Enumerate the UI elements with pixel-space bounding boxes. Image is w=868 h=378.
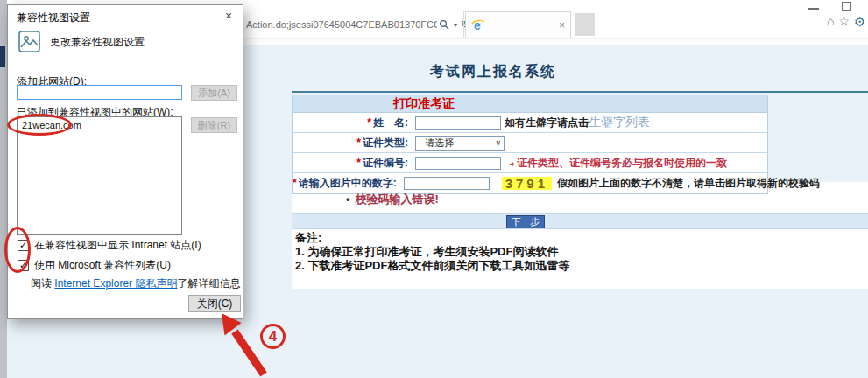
captcha-label: 请输入图片中的数字: — [299, 177, 397, 189]
form-row-cert-number: *证件编号: ◄证件类型、证件编号务必与报名时使用的一致 — [293, 153, 767, 173]
dialog-title: 兼容性视图设置 — [17, 10, 90, 25]
page-title: 考试网上报名系统 — [292, 63, 695, 81]
rare-char-hint: 如有生僻字请点击 — [505, 116, 589, 130]
privacy-statement-line: 阅读 Internet Explorer 隐私声明了解详细信息 — [31, 276, 240, 291]
next-step-button[interactable]: 下一步 — [506, 215, 545, 228]
screenshot-root: Action.do;jsessi07645004C7EBAB01370FCCA?… — [0, 0, 868, 378]
privacy-statement-link[interactable]: Internet Explorer 隐私声明 — [54, 277, 177, 290]
notes-title: 备注: — [295, 231, 569, 245]
browser-toolbar-icons: ⌂ ☆ ⚙ — [827, 11, 865, 31]
gear-settings-icon[interactable]: ⚙ — [854, 15, 865, 28]
chevron-down-icon[interactable]: ▾ — [454, 21, 457, 29]
intranet-checkbox-label: 在兼容性视图中显示 Intranet 站点(I) — [34, 238, 201, 253]
tab-separator — [463, 10, 464, 38]
form-header: 打印准考证 — [293, 94, 767, 113]
window-maximize-button[interactable] — [842, 2, 851, 10]
window-minimize-button[interactable] — [808, 8, 819, 10]
compatibility-view-icon — [18, 30, 41, 53]
new-tab-button[interactable] — [575, 13, 595, 36]
add-site-input[interactable] — [17, 85, 182, 100]
captcha-input[interactable] — [404, 177, 490, 190]
search-icon[interactable] — [439, 19, 450, 31]
add-button[interactable]: 添加(A) — [191, 85, 237, 101]
rare-char-list-link[interactable]: 生僻字列表 — [589, 115, 650, 130]
mslist-checkbox-row[interactable]: ✓ 使用 Microsoft 兼容性列表(U) — [18, 258, 171, 273]
required-mark: * — [367, 116, 371, 129]
star-favorites-icon[interactable]: ☆ — [838, 15, 850, 27]
note-item: 1. 为确保正常打印准考证，考生须安装PDF阅读软件 — [295, 245, 569, 259]
form-row-name: *姓 名: 如有生僻字请点击生僻字列表 — [293, 113, 767, 133]
note-item: 2. 下载准考证PDF格式文件前须关闭下载工具如迅雷等 — [295, 259, 569, 273]
validation-error: •校验码输入错误! — [346, 192, 439, 207]
annotation-step-number: 4 — [260, 324, 286, 349]
remove-button[interactable]: 删除(R) — [191, 117, 237, 133]
compatibility-view-dialog: 兼容性视图设置 × 更改兼容性视图设置 添加此网站(D): 添加(A) 已添加到… — [7, 4, 243, 319]
mslist-checkbox-label: 使用 Microsoft 兼容性列表(U) — [34, 258, 171, 273]
intranet-checkbox-row[interactable]: ✓ 在兼容性视图中显示 Intranet 站点(I) — [18, 238, 201, 253]
print-ticket-form: 打印准考证 *姓 名: 如有生僻字请点击生僻字列表 *证件类型: --请选择--… — [292, 94, 768, 194]
name-input[interactable] — [415, 116, 501, 130]
captcha-image[interactable]: 3791 — [502, 177, 552, 190]
form-header-label: 打印准考证 — [293, 94, 555, 113]
cert-type-label: 证件类型: — [363, 136, 408, 149]
name-label: 姓 名: — [373, 116, 408, 129]
dialog-subtitle: 更改兼容性视图设置 — [50, 35, 145, 50]
title-divider — [292, 91, 868, 93]
window-edge-notch — [0, 46, 5, 67]
form-row-cert-type: *证件类型: --请选择-- ∨ — [293, 133, 767, 153]
cert-warning-note: ◄证件类型、证件编号务必与报名时使用的一致 — [508, 156, 727, 171]
ie-favicon-icon: e — [471, 18, 485, 32]
notes-block: 备注: 1. 为确保正常打印准考证，考生须安装PDF阅读软件 2. 下载准考证P… — [295, 231, 569, 273]
browser-tab[interactable]: e × — [465, 11, 571, 38]
captcha-caption: 假如图片上面的数字不清楚，请单击图片取得新的校验码 — [557, 176, 820, 191]
cert-number-input[interactable] — [415, 157, 501, 170]
tab-close-icon[interactable]: × — [559, 19, 565, 32]
annotation-ellipse-checkboxes — [4, 227, 31, 273]
bullet-icon: • — [346, 192, 350, 206]
annotation-ellipse-site — [7, 114, 72, 136]
dialog-close-icon[interactable]: × — [215, 5, 243, 26]
window-edge-strip — [0, 0, 7, 378]
button-band — [292, 213, 868, 229]
cert-number-label: 证件编号: — [363, 157, 408, 169]
address-bar[interactable]: Action.do;jsessi07645004C7EBAB01370FCCA?… — [246, 12, 437, 37]
cert-type-select[interactable]: --请选择-- ∨ — [415, 136, 505, 150]
home-icon[interactable]: ⌂ — [827, 15, 834, 27]
form-row-captcha: *请输入图片中的数字: 3791 假如图片上面的数字不清楚，请单击图片取得新的校… — [293, 173, 767, 193]
select-arrow-icon: ∨ — [495, 138, 504, 147]
left-triangle-icon: ◄ — [508, 160, 515, 168]
